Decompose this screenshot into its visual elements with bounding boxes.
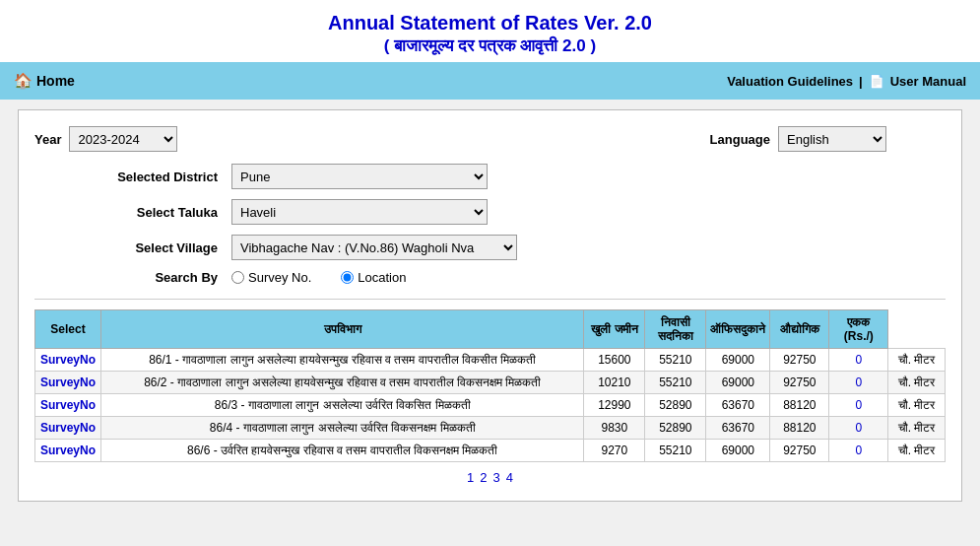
table-cell-audyog: 92750 xyxy=(770,440,829,462)
table-cell-nivasi: 55210 xyxy=(645,349,706,372)
navbar-right: Valuation Guidelines | 📄 User Manual xyxy=(727,74,966,89)
table-cell-office: 69000 xyxy=(706,440,770,462)
taluka-label: Select Taluka xyxy=(74,205,231,220)
table-row: SurveyNo86/2 - गावठाणाला लागुन असलेल्या … xyxy=(35,372,946,394)
col-header-upvibhag: उपविभाग xyxy=(101,310,584,349)
main-container: Year 2023-2024 2022-2023 2021-2022 Langu… xyxy=(18,109,962,502)
language-select[interactable]: English Marathi xyxy=(778,126,886,152)
table-row: SurveyNo86/4 - गावठाणाला लागुन असलेल्या … xyxy=(35,417,946,440)
page-title-mr: ( बाजारमूल्य दर पत्रक आवृत्ती 2.0 ) xyxy=(0,36,980,56)
table-cell-select: SurveyNo xyxy=(35,394,101,417)
table-row: SurveyNo86/3 - गावठाणाला लागुन असलेल्या … xyxy=(35,394,946,417)
radio-location-input[interactable] xyxy=(341,271,354,284)
district-select[interactable]: Pune Mumbai Nashik xyxy=(231,164,488,189)
district-row: Selected District Pune Mumbai Nashik xyxy=(74,164,946,189)
table-cell-ekak: चौ. मीटर xyxy=(888,394,946,417)
table-cell-upvibhag: 86/4 - गावठाणाला लागुन असलेल्या उर्वरित … xyxy=(101,417,584,440)
table-cell-ekak: चौ. मीटर xyxy=(888,372,946,394)
pagination-page-1[interactable]: 1 xyxy=(467,470,474,485)
page-title-en: Annual Statement of Rates Ver. 2.0 xyxy=(0,12,980,34)
page-header: Annual Statement of Rates Ver. 2.0 ( बाज… xyxy=(0,0,980,62)
village-label: Select Village xyxy=(74,240,231,255)
table-cell-zero: 0 xyxy=(829,372,888,394)
table-cell-office: 63670 xyxy=(706,394,770,417)
col-header-select: Select xyxy=(35,310,101,349)
year-label: Year xyxy=(34,132,61,147)
col-header-nivasi: निवासी सदनिका xyxy=(645,310,706,349)
table-cell-khuli: 9830 xyxy=(584,417,645,440)
col-header-ekak: एकक (Rs./) xyxy=(829,310,888,349)
pagination-page-2[interactable]: 2 xyxy=(480,470,487,485)
data-table: Select उपविभाग खुली जमीन निवासी सदनिका ऑ… xyxy=(34,309,946,462)
user-manual-icon: 📄 xyxy=(869,74,884,89)
survey-link[interactable]: SurveyNo xyxy=(40,444,96,457)
table-cell-zero: 0 xyxy=(829,349,888,372)
pagination-page-3[interactable]: 3 xyxy=(493,470,500,485)
table-cell-office: 69000 xyxy=(706,372,770,394)
survey-link[interactable]: SurveyNo xyxy=(40,375,96,389)
pagination: 1234 xyxy=(34,470,946,485)
home-link[interactable]: Home xyxy=(36,73,75,89)
table-row: SurveyNo86/6 - उर्वरित हायवेसन्मुख रहिवा… xyxy=(35,440,946,462)
table-cell-zero: 0 xyxy=(829,440,888,462)
table-cell-select: SurveyNo xyxy=(35,417,101,440)
search-by-row: Search By Survey No. Location xyxy=(74,270,946,285)
year-select[interactable]: 2023-2024 2022-2023 2021-2022 xyxy=(69,126,177,152)
radio-survey-label: Survey No. xyxy=(248,270,311,285)
table-cell-khuli: 10210 xyxy=(584,372,645,394)
table-cell-office: 69000 xyxy=(706,349,770,372)
home-icon: 🏠 xyxy=(14,72,33,90)
table-cell-khuli: 9270 xyxy=(584,440,645,462)
table-cell-select: SurveyNo xyxy=(35,372,101,394)
table-cell-zero: 0 xyxy=(829,417,888,440)
col-header-audyog: औद्योगिक xyxy=(770,310,829,349)
table-cell-ekak: चौ. मीटर xyxy=(888,417,946,440)
table-cell-audyog: 92750 xyxy=(770,349,829,372)
radio-group: Survey No. Location xyxy=(231,270,406,285)
col-header-office: ऑफिसदुकाने xyxy=(706,310,770,349)
language-label: Language xyxy=(710,132,770,147)
table-cell-nivasi: 55210 xyxy=(645,440,706,462)
taluka-row: Select Taluka Haveli Pune City Khed xyxy=(74,199,946,225)
table-cell-upvibhag: 86/6 - उर्वरित हायवेसन्मुख रहिवास व तसम … xyxy=(101,440,584,462)
survey-link[interactable]: SurveyNo xyxy=(40,353,96,367)
table-cell-audyog: 88120 xyxy=(770,394,829,417)
nav-separator: | xyxy=(859,74,863,89)
table-cell-nivasi: 52890 xyxy=(645,417,706,440)
table-cell-nivasi: 52890 xyxy=(645,394,706,417)
district-label: Selected District xyxy=(74,170,231,184)
table-cell-khuli: 12990 xyxy=(584,394,645,417)
radio-survey-option[interactable]: Survey No. xyxy=(231,270,311,285)
year-language-row: Year 2023-2024 2022-2023 2021-2022 Langu… xyxy=(34,126,946,152)
valuation-guidelines-link[interactable]: Valuation Guidelines xyxy=(727,74,853,89)
taluka-select[interactable]: Haveli Pune City Khed xyxy=(231,199,488,225)
table-cell-select: SurveyNo xyxy=(35,349,101,372)
pagination-page-4[interactable]: 4 xyxy=(506,470,513,485)
navbar: 🏠 Home Valuation Guidelines | 📄 User Man… xyxy=(0,62,980,100)
radio-location-option[interactable]: Location xyxy=(341,270,406,285)
radio-survey-input[interactable] xyxy=(231,271,244,284)
col-header-khuli: खुली जमीन xyxy=(584,310,645,349)
survey-link[interactable]: SurveyNo xyxy=(40,421,96,435)
table-cell-upvibhag: 86/2 - गावठाणाला लागुन असलेल्या हायवेसन्… xyxy=(101,372,584,394)
village-select[interactable]: Vibhagache Nav : (V.No.86) Wagholi Nva xyxy=(231,235,517,260)
divider xyxy=(34,299,946,300)
table-cell-select: SurveyNo xyxy=(35,440,101,462)
village-row: Select Village Vibhagache Nav : (V.No.86… xyxy=(74,235,946,260)
table-cell-upvibhag: 86/1 - गावठाणाला लागुन असलेल्या हायवेसन्… xyxy=(101,349,584,372)
table-cell-audyog: 92750 xyxy=(770,372,829,394)
table-cell-office: 63670 xyxy=(706,417,770,440)
table-cell-audyog: 88120 xyxy=(770,417,829,440)
table-cell-upvibhag: 86/3 - गावठाणाला लागुन असलेल्या उर्वरित … xyxy=(101,394,584,417)
table-cell-ekak: चौ. मीटर xyxy=(888,349,946,372)
user-manual-link[interactable]: User Manual xyxy=(890,74,966,89)
table-row: SurveyNo86/1 - गावठाणाला लागुन असलेल्या … xyxy=(35,349,946,372)
table-cell-khuli: 15600 xyxy=(584,349,645,372)
radio-location-label: Location xyxy=(358,270,406,285)
table-cell-nivasi: 55210 xyxy=(645,372,706,394)
search-by-label: Search By xyxy=(74,270,231,285)
navbar-left: 🏠 Home xyxy=(14,72,75,90)
table-cell-zero: 0 xyxy=(829,394,888,417)
survey-link[interactable]: SurveyNo xyxy=(40,398,96,412)
table-cell-ekak: चौ. मीटर xyxy=(888,440,946,462)
